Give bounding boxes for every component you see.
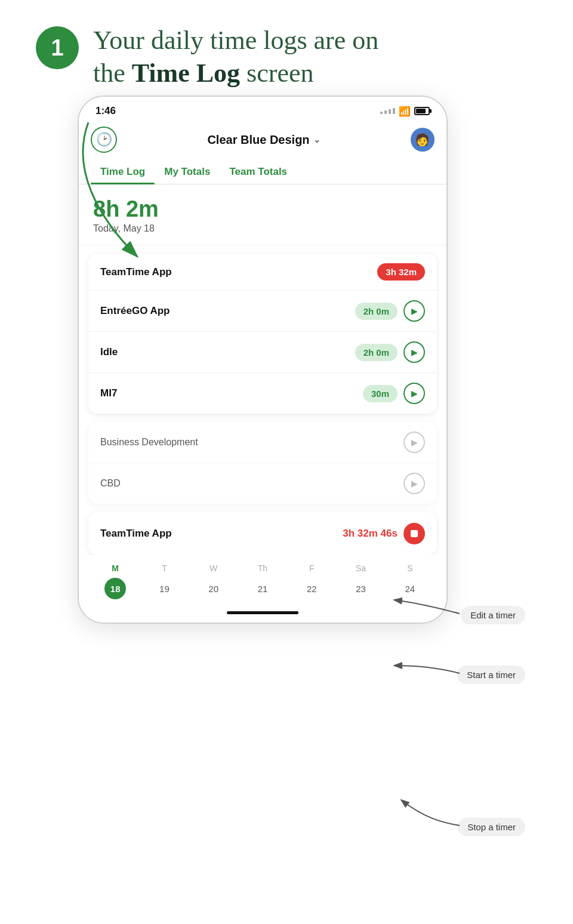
tab-team-totals[interactable]: Team Totals [220,160,297,184]
timer-label-entreego: EntréeGO App [100,305,170,317]
play-button[interactable]: ▶ [403,383,425,404]
start-timer-callout: Start a timer [457,666,525,684]
signal-icon [380,108,395,114]
timer-right: 3h 32m [377,263,425,281]
time-badge-green: 2h 0m [355,303,398,320]
light-timer-label: CBD [100,478,121,489]
calendar-header: M T W Th F Sa S [91,563,435,573]
total-date: Today, May 18 [93,223,432,234]
cal-date[interactable]: 21 [252,578,273,599]
table-row: TeamTime App 3h 32m [88,254,437,291]
time-badge-green: 30m [363,385,398,402]
time-badge-green: 2h 0m [355,344,398,361]
home-bar [227,611,298,614]
cal-day-name: W [203,563,224,573]
time-badge-active: 3h 32m [377,263,425,281]
battery-icon [414,107,430,115]
timer-right: 30m ▶ [363,383,425,404]
cal-day-name: F [301,563,322,573]
play-button[interactable]: ▶ [403,300,425,322]
timer-label-mi7: MI7 [100,387,117,399]
avatar[interactable]: 🧑 [411,128,435,152]
timer-label-teamtime: TeamTime App [100,266,172,278]
clock-icon: 🕑 [91,127,117,153]
list-item: CBD ▶ [88,463,437,504]
timer-right: 3h 32m 46s [343,523,425,544]
play-button-gray[interactable]: ▶ [403,432,425,453]
org-name-button[interactable]: Clear Blue Design ⌄ [207,133,320,147]
timer-right: 2h 0m ▶ [355,341,425,363]
chevron-down-icon: ⌄ [313,135,321,144]
table-row: EntréeGO App 2h 0m ▶ [88,291,437,332]
tab-time-log[interactable]: Time Log [91,160,155,184]
cal-date-today[interactable]: 18 [104,578,126,599]
light-timer-section: Business Development ▶ CBD ▶ [88,422,437,504]
cal-date[interactable]: 19 [153,578,175,599]
timer-right: 2h 0m ▶ [355,300,425,322]
cal-date[interactable]: 20 [203,578,224,599]
calendar-section: M T W Th F Sa S 18 19 20 21 22 23 24 [79,555,446,605]
active-timer-row: TeamTime App 3h 32m 46s [88,512,437,555]
active-timer-label: TeamTime App [100,528,172,540]
cal-day-name: Th [252,563,273,573]
table-row: MI7 30m ▶ [88,373,437,414]
total-time: 8h 2m [93,196,432,222]
timer-card: TeamTime App 3h 32m EntréeGO App 2h 0m ▶… [88,254,437,414]
stop-timer-callout: Stop a timer [458,818,525,836]
cal-date[interactable]: 24 [399,578,421,599]
active-time-display: 3h 32m 46s [343,528,398,540]
tab-bar: Time Log My Totals Team Totals [79,160,446,184]
status-bar: 1:46 📶 [79,97,446,122]
cal-day-name: T [153,563,175,573]
play-button[interactable]: ▶ [403,341,425,363]
light-timer-label: Business Development [100,437,198,448]
cal-date[interactable]: 23 [350,578,372,599]
cal-day-name: S [399,563,421,573]
cal-day-name: M [104,563,126,573]
app-header: 🕑 Clear Blue Design ⌄ 🧑 [79,122,446,160]
status-icons: 📶 [380,106,430,117]
phone-mockup: 1:46 📶 🕑 Clear Blue Design ⌄ [78,96,448,624]
calendar-dates: 18 19 20 21 22 23 24 [91,578,435,599]
table-row: Idle 2h 0m ▶ [88,332,437,373]
cal-day-name: Sa [350,563,372,573]
home-indicator [79,605,446,623]
tab-my-totals[interactable]: My Totals [155,160,220,184]
stop-button[interactable] [403,523,425,544]
daily-summary: 8h 2m Today, May 18 [79,184,446,245]
timer-label-idle: Idle [100,346,118,358]
wifi-icon: 📶 [399,106,411,117]
org-name-label: Clear Blue Design [207,133,309,147]
header-text: Your daily time logs are on the Time Log… [93,24,378,90]
stop-icon [411,530,418,537]
play-button-gray[interactable]: ▶ [403,473,425,494]
header-section: 1 Your daily time logs are on the Time L… [0,0,573,101]
step-badge: 1 [36,26,79,69]
status-time: 1:46 [96,105,116,117]
phone-frame: 1:46 📶 🕑 Clear Blue Design ⌄ [78,96,448,624]
list-item: Business Development ▶ [88,422,437,463]
edit-timer-callout: Edit a timer [461,606,525,624]
cal-date[interactable]: 22 [301,578,322,599]
